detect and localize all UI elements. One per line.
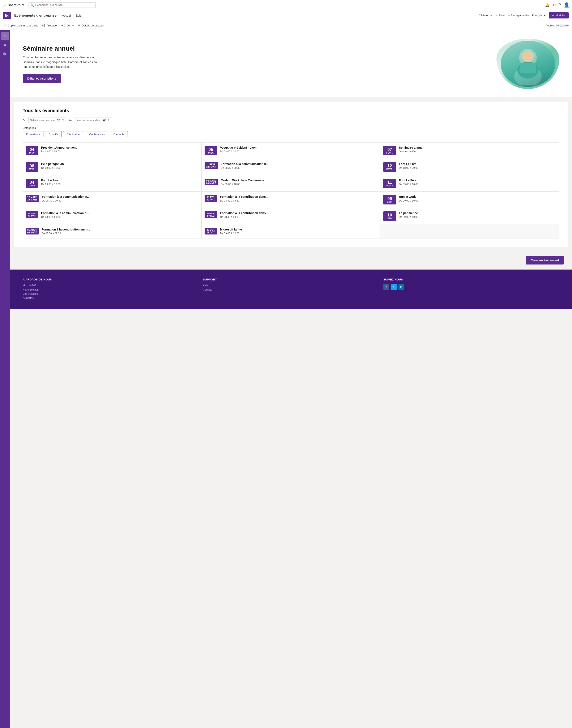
left-sidebar: ⊙ ≡ 🔍 (0, 30, 10, 728)
sidebar-search-icon[interactable]: 🔍 (1, 51, 9, 58)
event-formation-contrib-mai[interactable]: 06 MAI 07 MAI Formation à la contributio… (202, 208, 381, 224)
date-picker-icon-to[interactable]: 🗓 (107, 119, 110, 122)
footer-link-aide[interactable]: Aide (203, 284, 379, 287)
langue-selector[interactable]: Français ▼ (532, 14, 546, 17)
copy-action[interactable]: 📄 Copier dans un autre site (3, 24, 38, 27)
cat-conferences[interactable]: Conférences (86, 131, 108, 137)
event-parisienne[interactable]: 10 JUIN La parisienne De 09:00 à 10:00 (380, 208, 559, 224)
svg-point-2 (522, 51, 534, 62)
linkedin-icon[interactable]: in (399, 284, 404, 290)
site-bar-right: C3-Internal ★ Suivi ↗ Partager le site F… (479, 12, 569, 18)
hero-description: Comme chaque année, notre séminaire se d… (23, 55, 98, 69)
create-section: Créer un évènement (10, 251, 572, 270)
settings-icon[interactable]: ⚙ (553, 3, 556, 7)
waffle-icon[interactable]: ⊞ (3, 3, 6, 7)
propager-action[interactable]: 📢 Propager (42, 24, 58, 27)
details-action[interactable]: ⚙ Détails de la page (78, 24, 103, 27)
hero-photo (501, 41, 555, 87)
create-event-button[interactable]: Créer un évènement (526, 256, 564, 264)
event-info: Formation à la contribution dans... De 0… (220, 211, 377, 218)
event-info: President Announcement De 08:00 à 09:00 (41, 146, 199, 153)
sidebar-home-icon[interactable]: ⊙ (1, 32, 9, 40)
user-avatar[interactable]: 👤 (564, 2, 569, 8)
footer-link-usages[interactable]: Cas d'usages (23, 292, 199, 295)
event-president-announcement[interactable]: 04 JANV. President Announcement De 08:00… (23, 142, 202, 159)
app-name: SharePoint (8, 3, 24, 7)
event-patagonian[interactable]: 08 FÉVR. Be a patagonian De 09:00 à 11:0… (23, 159, 202, 175)
search-input[interactable] (35, 3, 94, 6)
nav-accueil[interactable]: Accueil (62, 14, 72, 17)
calendar-icon-to[interactable]: 📅 (102, 119, 106, 122)
event-info: Formation à la communication n... De 08:… (41, 211, 199, 218)
footer: A PROPOS DE NOUS Mozzaik365 Notre Soluti… (10, 270, 572, 309)
footer-link-contact[interactable]: Contact (203, 288, 379, 291)
event-foot-1[interactable]: 12 FÉVR. Foot Le Five De 18:00 à 20:00 (380, 159, 559, 175)
event-info: Formation à la contribution dans... De 0… (220, 195, 377, 202)
date-picker-icon-from[interactable]: 🗓 (62, 119, 64, 122)
notification-icon[interactable]: 🔔 (545, 3, 550, 7)
facebook-icon[interactable]: f (383, 284, 389, 290)
event-date-badge: 07 FÉVR. (383, 146, 396, 155)
star-icon: ★ (495, 14, 498, 17)
event-formation-comm-mars[interactable]: 12 MARS 19 MARS Formation à la communica… (23, 192, 202, 208)
cat-caritatifs[interactable]: Caritatifs (110, 131, 128, 137)
suivi-button[interactable]: ★ Suivi (495, 14, 504, 17)
modifier-button[interactable]: ✏ Modifier (549, 12, 569, 18)
nav-edit[interactable]: Edit (76, 14, 81, 17)
event-microsoft-ignite[interactable]: 22 OCT. 29 OCT. Microsoft Ignite De 09:0… (202, 224, 381, 239)
event-date-badge: 22 OCT. 29 OCT. (205, 228, 217, 235)
copy-icon: 📄 (3, 24, 7, 27)
event-date-badge: 09 AVR. (383, 195, 396, 204)
event-formation-contrib-avr1[interactable]: 08 AVR. 09 AVR. Formation à la contribut… (202, 192, 381, 208)
event-date-badge: 04 MARS 06 MARS (205, 179, 218, 185)
event-foot-mars-2[interactable]: 11 MARS Foot Le Five De 09:00 à 10:00 (380, 175, 559, 192)
from-date-field[interactable] (30, 119, 55, 122)
published-label: Publié le 06/12/2019 (546, 24, 569, 27)
help-icon[interactable]: ? (559, 3, 561, 7)
footer-about-title: A PROPOS DE NOUS (23, 278, 199, 281)
chevron-down-icon: ▼ (72, 24, 74, 27)
to-date-input[interactable]: 📅 🗓 (74, 118, 112, 123)
footer-link-solution[interactable]: Notre Solution (23, 288, 199, 291)
cat-formations[interactable]: Formations (23, 131, 44, 137)
footer-support-title: SUPPORT (203, 278, 379, 281)
event-info: Formation à la contribution sur n... De … (42, 228, 199, 235)
site-nav: Accueil Edit (62, 14, 81, 17)
event-info: Be a patagonian De 09:00 à 11:00 (41, 162, 199, 170)
event-seminaire-annuel[interactable]: 07 FÉVR. Séminaire annuel Journée entièr… (380, 142, 559, 159)
from-date-input[interactable]: 📅 🗓 (28, 118, 66, 123)
from-label: Du (23, 119, 26, 122)
to-date-field[interactable] (76, 119, 101, 122)
event-voeux[interactable]: 05 JANV. Voeux du président - Lyon De 08… (202, 142, 381, 159)
event-formation-contrib-aout[interactable]: 05 AOÛT 06 AOÛT Formation à la contribut… (23, 224, 202, 239)
event-info: Foot Le Five De 09:00 à 10:00 (41, 179, 199, 186)
footer-link-mozzaik[interactable]: Mozzaik365 (23, 284, 199, 287)
hero-cta-button[interactable]: Détail et inscriptions (23, 74, 61, 83)
event-info: Foot Le Five De 18:00 à 20:00 (399, 162, 557, 170)
footer-social-title: SUIVEZ NOUS (383, 278, 559, 281)
sidebar-layers-icon[interactable]: ≡ (1, 42, 9, 49)
partager-button[interactable]: ↗ Partager le site (508, 14, 529, 17)
event-run-work[interactable]: 09 AVR. Run at work De 09:00 à 10:00 (380, 192, 559, 208)
search-icon: 🔍 (30, 3, 34, 7)
event-date-badge: 06 MAI 07 MAI (205, 211, 217, 218)
propager-icon: 📢 (42, 24, 45, 27)
date-filters: Du 📅 🗓 Au 📅 🗓 (23, 118, 559, 123)
event-formation-comm-1[interactable]: 11 FÉVR. 18 FÉVR. Formation à la communi… (202, 159, 381, 175)
event-date-badge: 04 MARS (25, 179, 38, 188)
footer-link-actualites[interactable]: Actualités (23, 296, 199, 300)
category-buttons: Formations Sportifs Séminaires Conférenc… (23, 131, 559, 137)
event-modern-workplace[interactable]: 04 MARS 06 MARS Modern Workplace Confere… (202, 175, 381, 192)
events-section: Tous les évènements Du 📅 🗓 Au 📅 🗓 Catégo… (14, 102, 568, 247)
event-info: Formation à la communication n... De 08:… (42, 195, 199, 202)
search-bar[interactable]: 🔍 (28, 2, 96, 8)
categories-label: Catégories (23, 126, 559, 130)
twitter-icon[interactable]: t (391, 284, 397, 290)
event-foot-mars-1[interactable]: 04 MARS Foot Le Five De 09:00 à 10:00 (23, 175, 202, 192)
cat-sportifs[interactable]: Sportifs (45, 131, 62, 137)
cat-seminaires[interactable]: Séminaires (63, 131, 84, 137)
creer-action[interactable]: + Créer ▼ (62, 24, 74, 27)
event-formation-comm-avr[interactable]: 17 AVR. 23 AVR. Formation à la communica… (23, 208, 202, 224)
calendar-icon-from[interactable]: 📅 (57, 119, 60, 122)
event-date-badge: 11 FÉVR. 18 FÉVR. (205, 162, 218, 169)
